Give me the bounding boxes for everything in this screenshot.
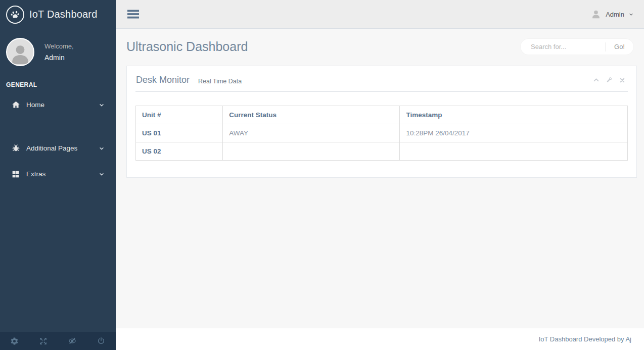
panel-subtitle: Real Time Data — [198, 78, 242, 85]
chevron-up-icon — [593, 77, 600, 83]
panel-toolbar — [593, 77, 627, 83]
desk-monitor-panel: Desk Monitor Real Time Data — [126, 66, 637, 178]
eye-slash-icon — [68, 336, 77, 345]
home-icon — [11, 101, 20, 109]
sidebar-item-home[interactable]: Home — [0, 95, 116, 114]
collapse-panel-button[interactable] — [593, 77, 600, 83]
brand-logo[interactable]: IoT Dashboard — [0, 0, 116, 29]
menu-toggle-button[interactable] — [124, 7, 143, 21]
chevron-down-icon — [99, 146, 104, 151]
avatar — [6, 38, 34, 66]
bug-icon — [11, 144, 20, 153]
cell-unit: US 01 — [136, 124, 223, 142]
paw-icon — [6, 6, 24, 24]
desk-monitor-table: Unit # Current Status Timestamp US 01 AW… — [135, 106, 628, 161]
panel-settings-button[interactable] — [606, 77, 613, 83]
brand-title: IoT Dashboard — [29, 9, 98, 20]
cell-unit: US 02 — [136, 142, 223, 161]
column-header-unit: Unit # — [136, 106, 223, 124]
settings-button[interactable] — [0, 332, 29, 350]
sidebar-item-label: Home — [26, 101, 44, 109]
main-area: Admin Ultrasonic Dashboard Go! Desk Moni… — [116, 0, 644, 350]
profile-username: Admin — [44, 54, 74, 62]
sidebar-item-extras[interactable]: Extras — [0, 165, 116, 183]
chevron-down-icon — [99, 172, 104, 177]
chevron-down-icon — [99, 103, 104, 108]
sidebar-section-label: GENERAL — [6, 81, 116, 88]
cell-timestamp: 10:28PM 26/04/2017 — [400, 124, 628, 142]
close-panel-button[interactable] — [619, 77, 625, 83]
sidebar-profile: Welcome, Admin — [6, 38, 116, 66]
table-row: US 01 AWAY 10:28PM 26/04/2017 — [136, 124, 628, 142]
sidebar-item-label: Additional Pages — [26, 144, 77, 152]
fullscreen-button[interactable] — [29, 332, 58, 350]
column-header-timestamp: Timestamp — [400, 106, 628, 124]
user-dropdown-toggle[interactable]: Admin — [591, 9, 633, 20]
sidebar-item-additional-pages[interactable]: Additional Pages — [0, 139, 116, 158]
user-icon — [591, 9, 601, 20]
cell-status — [223, 142, 400, 161]
fullscreen-icon — [39, 337, 48, 345]
power-button[interactable] — [87, 332, 116, 350]
gear-icon — [10, 337, 19, 345]
cell-status: AWAY — [223, 124, 400, 142]
search-box: Go! — [521, 39, 633, 55]
panel-title: Desk Monitor — [136, 75, 190, 85]
search-input[interactable] — [521, 43, 605, 51]
windows-icon — [11, 170, 20, 178]
eye-slash-button[interactable] — [58, 332, 87, 350]
page-footer: IoT Dashboard Developed by Aj — [116, 328, 644, 350]
sidebar-footer — [0, 332, 116, 350]
chevron-down-icon — [629, 12, 633, 17]
search-go-button[interactable]: Go! — [606, 43, 633, 51]
power-icon — [97, 337, 105, 345]
wrench-icon — [606, 77, 613, 83]
page-content: Ultrasonic Dashboard Go! Desk Monitor Re… — [116, 29, 644, 328]
page-title: Ultrasonic Dashboard — [126, 39, 248, 54]
sidebar: IoT Dashboard Welcome, Admin GENERAL — [0, 0, 116, 350]
app-window: IoT Dashboard Welcome, Admin GENERAL — [0, 0, 644, 350]
sidebar-item-label: Extras — [26, 170, 45, 178]
column-header-status: Current Status — [223, 106, 400, 124]
close-icon — [619, 77, 625, 83]
topbar-username: Admin — [606, 11, 624, 18]
hamburger-icon — [127, 9, 139, 19]
top-navbar: Admin — [116, 0, 644, 29]
welcome-label: Welcome, — [44, 42, 74, 50]
sidebar-menu: Home Additional Pages — [0, 95, 116, 183]
footer-credit: IoT Dashboard Developed by Aj — [539, 335, 631, 343]
table-row: US 02 — [136, 142, 628, 161]
cell-timestamp — [400, 142, 628, 161]
